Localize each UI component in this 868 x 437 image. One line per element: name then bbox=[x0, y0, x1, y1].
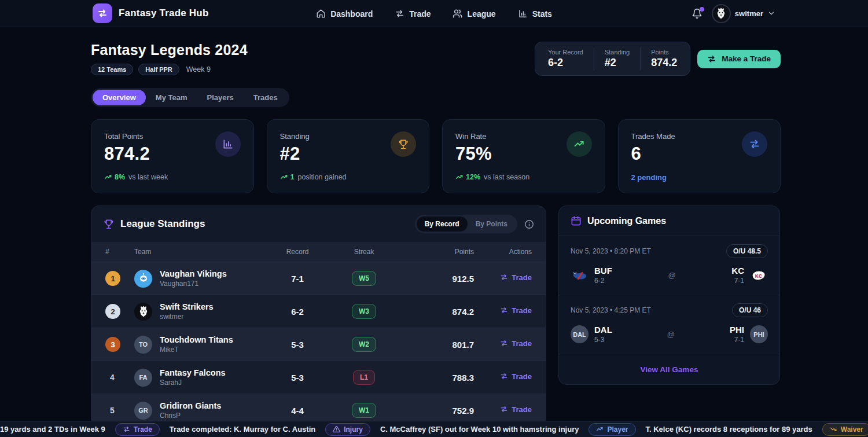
toggle-by-record[interactable]: By Record bbox=[417, 216, 468, 232]
standing-label: Standing bbox=[605, 49, 630, 56]
trending-up-icon bbox=[455, 173, 464, 181]
streak-badge: W2 bbox=[352, 337, 376, 352]
nav-item-league[interactable]: League bbox=[453, 9, 496, 19]
trending-down-icon bbox=[830, 425, 837, 433]
streak-badge: W5 bbox=[352, 271, 376, 286]
team-avatar: FA bbox=[134, 369, 152, 387]
swap-icon bbox=[707, 54, 716, 64]
toggle-by-points[interactable]: By Points bbox=[468, 216, 516, 232]
trade-button[interactable]: Trade bbox=[500, 339, 532, 348]
top-nav: Fantasy Trade Hub Dashboard Trade League… bbox=[0, 0, 868, 27]
over-under-badge: O/U 48.5 bbox=[726, 244, 768, 258]
page-header: Fantasy Legends 2024 12 Teams Half PPR W… bbox=[91, 42, 781, 76]
brand[interactable]: Fantasy Trade Hub bbox=[93, 3, 209, 23]
player-badge: Player bbox=[589, 423, 635, 436]
standings-title: League Standings bbox=[120, 218, 205, 230]
notification-dot bbox=[700, 7, 704, 12]
nav-label: Stats bbox=[532, 9, 552, 19]
points-value: 874.2 bbox=[651, 57, 677, 69]
notifications-button[interactable] bbox=[692, 8, 703, 19]
at-symbol: @ bbox=[668, 271, 675, 280]
waiver-badge: Waiver bbox=[822, 423, 868, 436]
tab-trades[interactable]: Trades bbox=[244, 90, 288, 105]
robot-icon bbox=[137, 272, 150, 285]
game-item: Nov 5, 2023 • 4:25 PM ET O/U 46 DAL DAL … bbox=[559, 295, 779, 354]
home-icon bbox=[316, 9, 326, 19]
nav-label: League bbox=[468, 9, 496, 19]
week-label: Week 9 bbox=[186, 65, 211, 74]
at-symbol: @ bbox=[667, 330, 675, 339]
team-owner: MikeT bbox=[160, 346, 233, 354]
pending-trades-link[interactable]: 2 pending bbox=[631, 173, 667, 182]
home-team-record: 7-1 bbox=[730, 336, 744, 344]
swap-icon bbox=[500, 273, 508, 281]
record-value: 6-2 bbox=[548, 57, 583, 69]
nav-item-stats[interactable]: Stats bbox=[518, 9, 552, 19]
team-record: 6-2 bbox=[266, 307, 329, 317]
view-tabs: Overview My Team Players Trades bbox=[91, 88, 289, 107]
swap-icon bbox=[742, 131, 767, 157]
tab-players[interactable]: Players bbox=[197, 90, 244, 105]
ticker-text: 19 yards and 2 TDs in Week 9 bbox=[0, 425, 105, 434]
main-nav: Dashboard Trade League Stats bbox=[316, 0, 552, 27]
table-row: 3 TO Touchdown Titans MikeT 5-3 W2 801.7… bbox=[91, 328, 546, 361]
team-points: 788.3 bbox=[399, 373, 474, 383]
trending-up-icon bbox=[567, 131, 592, 157]
user-menu[interactable]: switmer bbox=[712, 4, 775, 23]
scoring-badge: Half PPR bbox=[138, 64, 179, 75]
tab-overview[interactable]: Overview bbox=[93, 90, 146, 105]
trending-up-icon bbox=[104, 173, 112, 181]
game-datetime: Nov 5, 2023 • 8:20 PM ET bbox=[571, 247, 651, 255]
trend-up-value: 12% bbox=[455, 173, 480, 181]
home-team-code: KC bbox=[731, 266, 744, 276]
swap-icon bbox=[395, 9, 404, 19]
trend-up-value: 8% bbox=[104, 173, 125, 181]
streak-badge: L1 bbox=[353, 370, 375, 385]
news-ticker[interactable]: 19 yards and 2 TDs in Week 9 Trade Trade… bbox=[0, 421, 868, 437]
nav-item-dashboard[interactable]: Dashboard bbox=[316, 9, 373, 19]
trend-up-value: 1 bbox=[280, 173, 295, 181]
view-all-games-link[interactable]: View All Games bbox=[641, 365, 698, 374]
trophy-icon bbox=[391, 131, 416, 157]
away-team-code: DAL bbox=[594, 325, 612, 335]
nav-right: switmer bbox=[692, 4, 775, 23]
team-owner: ChrisP bbox=[160, 412, 221, 420]
streak-badge: W1 bbox=[352, 403, 376, 418]
league-title: Fantasy Legends 2024 bbox=[91, 42, 248, 58]
users-icon bbox=[453, 9, 463, 19]
col-points: Points bbox=[399, 248, 474, 256]
record-summary-card: Your Record 6-2 Standing #2 Points 874.2 bbox=[535, 42, 690, 76]
info-icon[interactable] bbox=[524, 219, 534, 229]
make-a-trade-button[interactable]: Make a Trade bbox=[697, 50, 781, 68]
chiefs-logo-icon: KC bbox=[750, 266, 768, 284]
trade-button[interactable]: Trade bbox=[500, 273, 532, 282]
team-record: 5-3 bbox=[266, 340, 329, 350]
app-title: Fantasy Trade Hub bbox=[119, 8, 209, 19]
trade-button[interactable]: Trade bbox=[500, 306, 532, 315]
team-record: 5-3 bbox=[266, 373, 329, 383]
dal-logo: DAL bbox=[571, 325, 589, 343]
team-owner: Vaughan171 bbox=[160, 280, 227, 288]
team-points: 912.5 bbox=[399, 274, 474, 284]
bar-chart-icon bbox=[215, 131, 241, 157]
trade-button[interactable]: Trade bbox=[500, 372, 532, 381]
stat-card-total-points: Total Points 874.2 8% vs last week bbox=[91, 119, 254, 193]
swap-icon bbox=[500, 306, 508, 314]
rank-badge: 1 bbox=[105, 271, 120, 286]
team-name: Touchdown Titans bbox=[160, 335, 233, 344]
trend-suffix: vs last week bbox=[128, 173, 168, 181]
tab-my-team[interactable]: My Team bbox=[146, 90, 197, 105]
nav-item-trade[interactable]: Trade bbox=[395, 9, 431, 19]
standing-value: #2 bbox=[605, 57, 630, 69]
bills-logo-icon bbox=[571, 266, 589, 284]
upcoming-games-card: Upcoming Games Nov 5, 2023 • 8:20 PM ET … bbox=[558, 205, 780, 385]
trend-suffix: vs last season bbox=[484, 173, 529, 181]
trade-button[interactable]: Trade bbox=[500, 405, 532, 414]
team-points: 752.9 bbox=[399, 406, 474, 416]
team-points: 874.2 bbox=[399, 307, 474, 317]
swap-icon bbox=[123, 425, 130, 433]
trend-suffix: position gained bbox=[297, 173, 346, 181]
trending-up-icon bbox=[280, 173, 288, 181]
stats-grid: Total Points 874.2 8% vs last week Stand… bbox=[91, 119, 781, 193]
stat-card-trades-made: Trades Made 6 2 pending bbox=[618, 119, 781, 193]
